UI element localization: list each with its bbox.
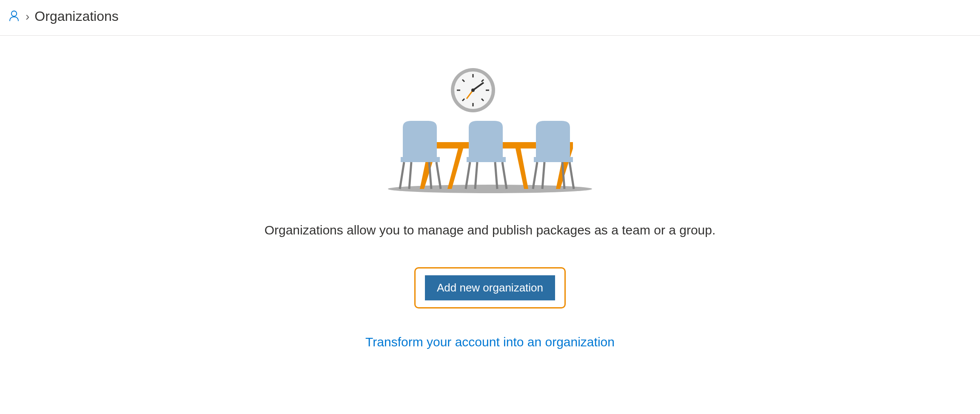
svg-line-32 — [570, 162, 574, 189]
svg-line-22 — [436, 162, 441, 189]
svg-rect-25 — [467, 157, 506, 162]
chevron-right-icon: › — [26, 10, 29, 23]
user-icon[interactable] — [8, 9, 20, 24]
svg-rect-30 — [534, 157, 573, 162]
highlight-box: Add new organization — [414, 267, 566, 308]
svg-line-23 — [409, 162, 411, 189]
svg-line-33 — [542, 162, 544, 189]
svg-point-0 — [11, 11, 17, 16]
svg-point-1 — [388, 185, 592, 193]
svg-rect-20 — [401, 157, 440, 162]
main-content: Organizations allow you to manage and pu… — [0, 36, 980, 349]
svg-marker-18 — [516, 148, 528, 189]
empty-state-description: Organizations allow you to manage and pu… — [265, 223, 716, 237]
empty-state-illustration — [388, 66, 592, 193]
svg-point-14 — [471, 89, 475, 92]
breadcrumb: › Organizations — [0, 0, 980, 36]
transform-account-link[interactable]: Transform your account into an organizat… — [365, 335, 615, 349]
add-new-organization-button[interactable]: Add new organization — [425, 275, 555, 300]
breadcrumb-current: Organizations — [34, 9, 118, 24]
svg-line-21 — [400, 162, 404, 189]
svg-marker-19 — [447, 148, 463, 189]
svg-line-31 — [533, 162, 537, 189]
